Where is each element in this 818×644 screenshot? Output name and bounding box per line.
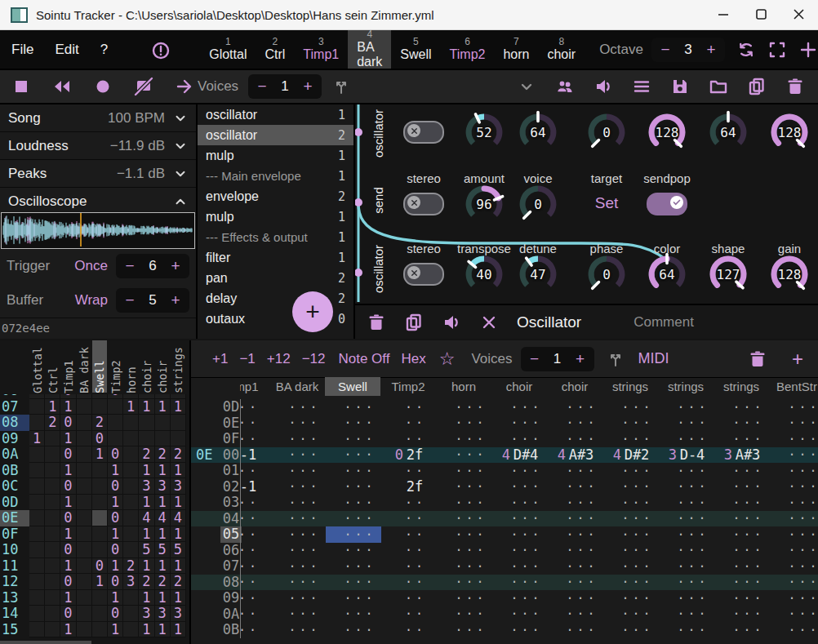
pattern-cell[interactable]: ··· [659, 622, 714, 638]
matrix-cell[interactable]: 1 [60, 463, 76, 479]
matrix-column-header[interactable]: choir [140, 343, 153, 393]
matrix-column-header[interactable]: choir [156, 343, 169, 393]
matrix-cell[interactable] [77, 478, 92, 495]
matrix-cell[interactable] [29, 622, 45, 638]
pattern-cell[interactable]: -1 [240, 479, 270, 495]
matrix-cell[interactable] [29, 463, 45, 479]
matrix-cell[interactable]: 1 [92, 446, 108, 463]
buffer-minus-button[interactable]: − [119, 291, 140, 309]
pattern-cell[interactable]: ··· [548, 575, 603, 591]
matrix-cell[interactable]: 0 [60, 542, 76, 558]
buffer-plus-button[interactable]: + [165, 291, 186, 309]
pattern-cell[interactable]: ··· [659, 511, 714, 527]
tab-instrument-glottal[interactable]: 1Glottal [200, 30, 256, 69]
pattern-cell[interactable]: ··· [437, 543, 492, 559]
pattern-cell[interactable]: ··· [603, 431, 659, 447]
matrix-cell[interactable] [123, 510, 139, 526]
meter-row-peaks[interactable]: Peaks−1.1 dB [0, 160, 196, 188]
matrix-cell[interactable]: 4 [171, 510, 186, 526]
pattern-cell[interactable]: ··· [270, 495, 326, 511]
pattern-cell[interactable]: ··· [603, 463, 659, 479]
knob-phase[interactable]: 0 [585, 252, 629, 296]
matrix-cell[interactable] [123, 622, 139, 638]
pattern-cell[interactable]: ··· [492, 479, 548, 495]
tab-instrument-ctrl[interactable]: 2Ctrl [256, 30, 294, 69]
pattern-cell[interactable]: ··· [270, 558, 326, 575]
pattern-cell[interactable]: ··· [437, 526, 492, 543]
set-target-button[interactable]: Set [577, 194, 636, 212]
pattern-cell[interactable]: ·· [381, 575, 437, 591]
matrix-cell[interactable]: 0 [108, 606, 123, 622]
pattern-cell[interactable]: ··· [659, 415, 714, 432]
pattern-cell[interactable]: ··· [437, 479, 492, 495]
matrix-cell[interactable]: 4 [139, 510, 154, 526]
unit-list-item[interactable]: mulp1 [198, 145, 353, 166]
pattern-cell[interactable]: ·· [381, 622, 437, 638]
matrix-cell[interactable] [45, 463, 60, 479]
copy-icon[interactable] [747, 77, 767, 96]
speaker-icon[interactable] [593, 77, 613, 96]
matrix-cell[interactable] [29, 415, 45, 431]
pattern-cell[interactable]: ··· [603, 622, 659, 638]
pattern-cell[interactable]: ··· [492, 399, 548, 415]
pattern-cell[interactable]: ··· [270, 415, 326, 432]
pattern-cell[interactable]: ··· [770, 431, 818, 447]
matrix-cell[interactable] [29, 558, 45, 575]
matrix-cell[interactable]: 2 [171, 574, 186, 590]
pattern-cell[interactable]: ··· [659, 463, 714, 479]
pattern-cell[interactable]: ·· [381, 543, 437, 559]
matrix-column-header[interactable]: Glottal [31, 343, 44, 393]
matrix-cell[interactable] [77, 399, 92, 415]
matrix-cell[interactable] [92, 542, 108, 558]
matrix-column-header[interactable]: Timp1 [62, 343, 75, 393]
matrix-cell[interactable] [77, 542, 92, 558]
matrix-cell[interactable] [171, 431, 186, 447]
pattern-cell[interactable]: ··· [770, 463, 818, 479]
pattern-cell[interactable]: ·· [240, 399, 270, 415]
menu-icon[interactable] [632, 77, 651, 96]
matrix-cell[interactable] [29, 510, 45, 526]
matrix-cell[interactable]: 1 [60, 431, 76, 447]
matrix-cell[interactable] [29, 478, 45, 495]
pattern-cell[interactable]: ··· [437, 558, 492, 575]
matrix-cell[interactable]: 1 [171, 622, 186, 638]
matrix-cell[interactable]: 2 [45, 415, 60, 431]
pattern-cell[interactable]: ··· [659, 479, 714, 495]
pattern-cell[interactable]: ··· [659, 526, 714, 543]
matrix-cell[interactable] [77, 463, 92, 479]
matrix-cell[interactable]: 1 [60, 495, 76, 511]
pattern-cell[interactable]: ··· [548, 606, 603, 623]
matrix-cell[interactable] [45, 431, 60, 447]
matrix-cell[interactable] [171, 415, 186, 431]
chevron-down-icon[interactable] [173, 167, 188, 181]
matrix-cell[interactable] [77, 574, 92, 590]
matrix-cell[interactable]: 0 [108, 574, 123, 590]
matrix-cell[interactable] [45, 495, 60, 511]
pattern-cell[interactable]: ··· [659, 399, 714, 415]
midi-button[interactable]: MIDI [638, 350, 669, 367]
pattern-cell[interactable]: ··· [603, 479, 659, 495]
pattern-cell[interactable]: ··· [603, 575, 659, 591]
pattern-cell[interactable]: ··· [437, 447, 492, 464]
transpose-button-+12[interactable]: +12 [267, 351, 291, 367]
matrix-cell[interactable]: 1 [171, 399, 186, 415]
matrix-cell[interactable]: 1 [171, 463, 186, 479]
pattern-cell[interactable]: ··· [548, 431, 603, 447]
pattern-cell[interactable]: ··· [548, 479, 603, 495]
pattern-cell[interactable]: ··· [437, 415, 492, 432]
matrix-cell[interactable] [77, 526, 92, 543]
matrix-cell[interactable]: 0 [108, 478, 123, 495]
matrix-cell[interactable]: 0 [60, 446, 76, 463]
matrix-scrollbar[interactable] [0, 641, 91, 644]
matrix-cell[interactable] [123, 431, 139, 447]
pattern-cell[interactable]: ··· [492, 463, 548, 479]
matrix-cell[interactable]: 1 [60, 590, 76, 606]
trash-icon[interactable] [785, 77, 805, 96]
pattern-cell[interactable]: ··· [770, 622, 818, 638]
matrix-cell[interactable] [45, 446, 60, 463]
knob-param[interactable]: 128 [767, 110, 811, 154]
matrix-cell[interactable]: 1 [123, 399, 139, 415]
pattern-cell[interactable]: ·· [381, 495, 437, 511]
pattern-cell[interactable]: ··· [714, 526, 770, 543]
matrix-cell[interactable]: 1 [108, 622, 123, 638]
